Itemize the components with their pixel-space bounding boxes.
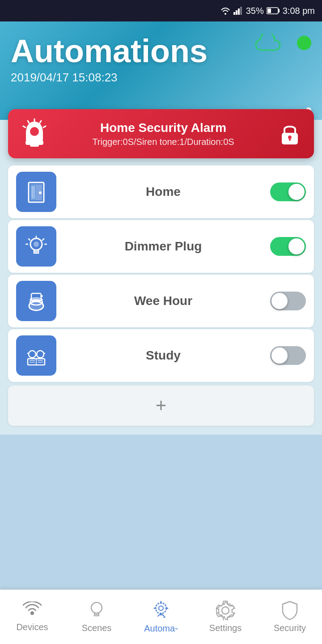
- svg-line-12: [23, 126, 25, 127]
- add-automation-button[interactable]: +: [8, 386, 314, 426]
- svg-rect-20: [30, 184, 36, 200]
- status-bar: 35% 3:08 pm: [0, 0, 322, 21]
- svg-point-14: [30, 127, 39, 136]
- shield-nav-icon: [281, 601, 299, 620]
- toggle-dimmer[interactable]: [270, 237, 306, 256]
- toggle-home[interactable]: [270, 182, 306, 201]
- alarm-subtitle: Trigger:0S/Siren tone:1/Duration:0S: [57, 137, 269, 147]
- nav-label-scenes: Scenes: [82, 623, 112, 633]
- svg-point-34: [29, 301, 43, 310]
- cloud-icon: [254, 34, 283, 54]
- toilet-icon: [16, 281, 56, 321]
- toggle-study[interactable]: [270, 346, 306, 365]
- status-icons: 35% 3:08 pm: [220, 6, 315, 16]
- alarm-lock-icon[interactable]: [276, 120, 303, 147]
- add-icon: +: [156, 396, 167, 415]
- svg-rect-6: [267, 8, 271, 13]
- automation-item-study[interactable]: Study: [8, 329, 314, 382]
- svg-point-40: [37, 351, 44, 358]
- svg-line-28: [29, 239, 30, 240]
- wifi-nav-icon: [22, 602, 42, 619]
- online-status-dot: [297, 36, 311, 50]
- item-label-home: Home: [65, 185, 261, 199]
- svg-line-10: [28, 121, 29, 123]
- signal-icon: [233, 7, 243, 15]
- item-label-wee-hour: Wee Hour: [65, 294, 261, 308]
- bottom-nav: Devices Scenes Automa-: [0, 589, 322, 644]
- bulb-icon: [16, 226, 56, 267]
- svg-rect-37: [40, 295, 43, 297]
- alarm-icon: [19, 118, 50, 149]
- nav-item-security[interactable]: Security: [258, 601, 322, 633]
- svg-rect-1: [236, 10, 237, 15]
- svg-rect-3: [240, 7, 242, 15]
- nav-label-security: Security: [274, 623, 306, 633]
- gear-nav-icon: [216, 601, 235, 620]
- nav-label-automations: Automa-: [144, 623, 178, 634]
- automation-item-wee-hour[interactable]: Wee Hour: [8, 275, 314, 327]
- svg-point-51: [91, 602, 102, 613]
- time-text: 3:08 pm: [283, 6, 315, 16]
- svg-line-11: [40, 121, 41, 123]
- svg-point-38: [30, 298, 42, 301]
- toggle-wee-hour[interactable]: [270, 292, 306, 310]
- svg-marker-60: [163, 616, 166, 618]
- svg-rect-5: [278, 9, 280, 13]
- nav-item-scenes[interactable]: Scenes: [64, 601, 129, 633]
- header-datetime: 2019/04/17 15:08:23: [11, 71, 311, 85]
- study-icon: [16, 335, 56, 376]
- automation-list: Home: [8, 165, 314, 426]
- svg-rect-8: [30, 144, 39, 147]
- alarm-card[interactable]: Home Security Alarm Trigger:0S/Siren ton…: [8, 109, 314, 158]
- bulb-nav-icon: [89, 601, 105, 620]
- automation-item-home[interactable]: Home: [8, 165, 314, 218]
- alarm-title: Home Security Alarm: [57, 121, 269, 135]
- alarm-text-area: Home Security Alarm Trigger:0S/Siren ton…: [57, 121, 269, 147]
- nav-label-devices: Devices: [16, 622, 48, 632]
- item-label-dimmer: Dimmer Plug: [65, 239, 261, 254]
- svg-point-50: [30, 611, 34, 615]
- svg-rect-2: [238, 8, 240, 15]
- nav-label-settings: Settings: [209, 623, 242, 633]
- svg-rect-0: [233, 12, 235, 15]
- svg-point-54: [156, 603, 166, 614]
- svg-point-39: [29, 351, 36, 358]
- door-icon: [16, 172, 56, 212]
- battery-text: 35%: [246, 6, 264, 16]
- automation-item-dimmer[interactable]: Dimmer Plug: [8, 220, 314, 273]
- svg-point-32: [34, 242, 39, 247]
- header-section: Automations 2019/04/17 15:08:23: [0, 21, 322, 120]
- svg-point-61: [222, 607, 229, 614]
- nav-item-devices[interactable]: Devices: [0, 602, 64, 632]
- item-label-study: Study: [65, 348, 261, 363]
- auto-nav-icon: [150, 600, 172, 621]
- nav-item-automations[interactable]: Automa-: [129, 600, 193, 634]
- svg-rect-17: [289, 137, 291, 141]
- nav-item-settings[interactable]: Settings: [193, 601, 258, 633]
- wifi-status-icon: [220, 7, 231, 15]
- svg-point-21: [39, 191, 42, 194]
- svg-point-55: [159, 606, 163, 610]
- main-content: Home Security Alarm Trigger:0S/Siren ton…: [0, 109, 322, 435]
- svg-line-29: [42, 239, 44, 240]
- battery-icon: [267, 7, 280, 15]
- svg-line-13: [43, 126, 46, 127]
